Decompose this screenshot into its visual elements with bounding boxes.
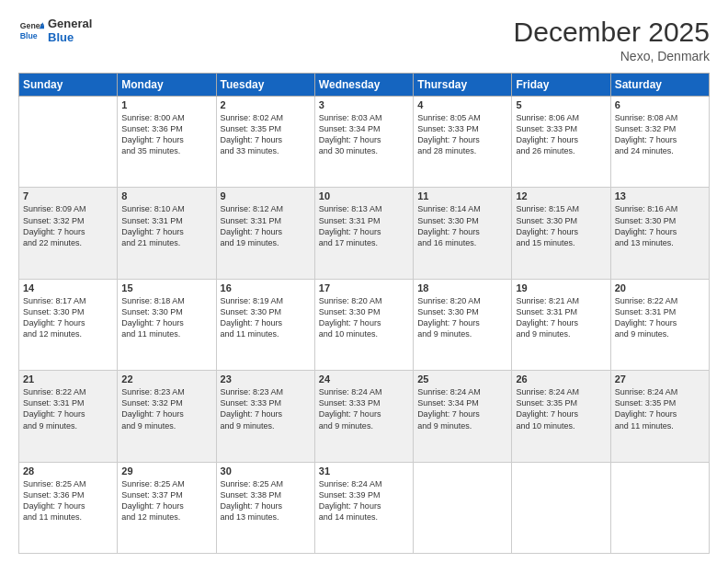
calendar-week-row: 14Sunrise: 8:17 AMSunset: 3:30 PMDayligh… bbox=[19, 279, 710, 370]
day-number: 26 bbox=[516, 373, 606, 385]
calendar-cell: 24Sunrise: 8:24 AMSunset: 3:33 PMDayligh… bbox=[314, 371, 413, 462]
calendar-cell: 31Sunrise: 8:24 AMSunset: 3:39 PMDayligh… bbox=[314, 462, 413, 553]
calendar-cell: 5Sunrise: 8:06 AMSunset: 3:33 PMDaylight… bbox=[512, 97, 610, 188]
day-number: 5 bbox=[516, 99, 606, 110]
calendar-page: General Blue General Blue December 2025 … bbox=[0, 0, 728, 563]
col-header-wednesday: Wednesday bbox=[314, 74, 413, 97]
calendar-week-row: 21Sunrise: 8:22 AMSunset: 3:31 PMDayligh… bbox=[19, 371, 710, 462]
day-info: Sunrise: 8:06 AMSunset: 3:33 PMDaylight:… bbox=[516, 112, 606, 157]
day-info: Sunrise: 8:20 AMSunset: 3:30 PMDaylight:… bbox=[319, 295, 409, 340]
day-info: Sunrise: 8:00 AMSunset: 3:36 PMDaylight:… bbox=[121, 112, 211, 157]
calendar-cell: 8Sunrise: 8:10 AMSunset: 3:31 PMDaylight… bbox=[118, 188, 216, 279]
calendar-week-row: 28Sunrise: 8:25 AMSunset: 3:36 PMDayligh… bbox=[19, 462, 710, 553]
calendar-week-row: 1Sunrise: 8:00 AMSunset: 3:36 PMDaylight… bbox=[19, 97, 710, 188]
day-number: 22 bbox=[121, 373, 211, 385]
day-number: 20 bbox=[615, 282, 705, 293]
day-info: Sunrise: 8:09 AMSunset: 3:32 PMDaylight:… bbox=[23, 203, 113, 248]
calendar-cell: 9Sunrise: 8:12 AMSunset: 3:31 PMDaylight… bbox=[216, 188, 314, 279]
day-info: Sunrise: 8:16 AMSunset: 3:30 PMDaylight:… bbox=[615, 203, 705, 248]
col-header-saturday: Saturday bbox=[610, 74, 709, 97]
day-number: 31 bbox=[319, 465, 409, 477]
day-info: Sunrise: 8:05 AMSunset: 3:33 PMDaylight:… bbox=[417, 112, 507, 157]
day-number: 11 bbox=[417, 190, 507, 201]
day-info: Sunrise: 8:22 AMSunset: 3:31 PMDaylight:… bbox=[615, 295, 705, 340]
calendar-cell: 7Sunrise: 8:09 AMSunset: 3:32 PMDaylight… bbox=[19, 188, 118, 279]
day-info: Sunrise: 8:10 AMSunset: 3:31 PMDaylight:… bbox=[121, 203, 211, 248]
calendar-header-row: SundayMondayTuesdayWednesdayThursdayFrid… bbox=[19, 74, 710, 97]
day-info: Sunrise: 8:08 AMSunset: 3:32 PMDaylight:… bbox=[615, 112, 705, 157]
location: Nexo, Denmark bbox=[514, 49, 710, 63]
day-info: Sunrise: 8:19 AMSunset: 3:30 PMDaylight:… bbox=[221, 295, 311, 340]
day-number: 25 bbox=[417, 373, 507, 385]
calendar-cell: 21Sunrise: 8:22 AMSunset: 3:31 PMDayligh… bbox=[19, 371, 118, 462]
calendar-cell: 10Sunrise: 8:13 AMSunset: 3:31 PMDayligh… bbox=[314, 188, 413, 279]
day-info: Sunrise: 8:20 AMSunset: 3:30 PMDaylight:… bbox=[417, 295, 507, 340]
day-number: 8 bbox=[121, 190, 211, 201]
day-number: 1 bbox=[121, 99, 211, 110]
calendar-cell: 12Sunrise: 8:15 AMSunset: 3:30 PMDayligh… bbox=[512, 188, 610, 279]
col-header-friday: Friday bbox=[512, 74, 610, 97]
calendar-cell: 13Sunrise: 8:16 AMSunset: 3:30 PMDayligh… bbox=[610, 188, 709, 279]
calendar-cell: 27Sunrise: 8:24 AMSunset: 3:35 PMDayligh… bbox=[610, 371, 709, 462]
calendar-cell bbox=[19, 97, 118, 188]
day-number: 2 bbox=[221, 99, 311, 110]
calendar-cell: 14Sunrise: 8:17 AMSunset: 3:30 PMDayligh… bbox=[19, 279, 118, 370]
day-info: Sunrise: 8:23 AMSunset: 3:33 PMDaylight:… bbox=[221, 386, 311, 431]
day-info: Sunrise: 8:25 AMSunset: 3:38 PMDaylight:… bbox=[221, 478, 311, 523]
calendar-cell: 17Sunrise: 8:20 AMSunset: 3:30 PMDayligh… bbox=[314, 279, 413, 370]
day-number: 21 bbox=[23, 373, 113, 385]
calendar-cell: 4Sunrise: 8:05 AMSunset: 3:33 PMDaylight… bbox=[414, 97, 512, 188]
day-info: Sunrise: 8:14 AMSunset: 3:30 PMDaylight:… bbox=[417, 203, 507, 248]
calendar-cell: 20Sunrise: 8:22 AMSunset: 3:31 PMDayligh… bbox=[610, 279, 709, 370]
day-info: Sunrise: 8:21 AMSunset: 3:31 PMDaylight:… bbox=[516, 295, 606, 340]
day-number: 9 bbox=[221, 190, 311, 201]
day-number: 23 bbox=[221, 373, 311, 385]
logo: General Blue General Blue bbox=[18, 17, 92, 44]
calendar-cell: 26Sunrise: 8:24 AMSunset: 3:35 PMDayligh… bbox=[512, 371, 610, 462]
day-number: 4 bbox=[417, 99, 507, 110]
day-info: Sunrise: 8:17 AMSunset: 3:30 PMDaylight:… bbox=[23, 295, 113, 340]
day-number: 13 bbox=[615, 190, 705, 201]
calendar-cell: 3Sunrise: 8:03 AMSunset: 3:34 PMDaylight… bbox=[314, 97, 413, 188]
title-block: December 2025 Nexo, Denmark bbox=[514, 17, 710, 63]
day-info: Sunrise: 8:24 AMSunset: 3:35 PMDaylight:… bbox=[516, 386, 606, 431]
logo-blue: Blue bbox=[48, 30, 92, 44]
col-header-tuesday: Tuesday bbox=[216, 74, 314, 97]
col-header-sunday: Sunday bbox=[19, 74, 118, 97]
calendar-cell: 23Sunrise: 8:23 AMSunset: 3:33 PMDayligh… bbox=[216, 371, 314, 462]
day-info: Sunrise: 8:03 AMSunset: 3:34 PMDaylight:… bbox=[319, 112, 409, 157]
calendar-week-row: 7Sunrise: 8:09 AMSunset: 3:32 PMDaylight… bbox=[19, 188, 710, 279]
calendar-cell: 6Sunrise: 8:08 AMSunset: 3:32 PMDaylight… bbox=[610, 97, 709, 188]
day-number: 17 bbox=[319, 282, 409, 293]
day-info: Sunrise: 8:24 AMSunset: 3:39 PMDaylight:… bbox=[319, 478, 409, 523]
calendar-cell: 29Sunrise: 8:25 AMSunset: 3:37 PMDayligh… bbox=[118, 462, 216, 553]
day-number: 10 bbox=[319, 190, 409, 201]
day-info: Sunrise: 8:24 AMSunset: 3:35 PMDaylight:… bbox=[615, 386, 705, 431]
calendar-cell: 22Sunrise: 8:23 AMSunset: 3:32 PMDayligh… bbox=[118, 371, 216, 462]
day-number: 3 bbox=[319, 99, 409, 110]
day-number: 19 bbox=[516, 282, 606, 293]
col-header-monday: Monday bbox=[118, 74, 216, 97]
day-info: Sunrise: 8:15 AMSunset: 3:30 PMDaylight:… bbox=[516, 203, 606, 248]
day-number: 15 bbox=[121, 282, 211, 293]
day-info: Sunrise: 8:12 AMSunset: 3:31 PMDaylight:… bbox=[221, 203, 311, 248]
calendar-cell: 30Sunrise: 8:25 AMSunset: 3:38 PMDayligh… bbox=[216, 462, 314, 553]
day-info: Sunrise: 8:23 AMSunset: 3:32 PMDaylight:… bbox=[121, 386, 211, 431]
day-number: 7 bbox=[23, 190, 113, 201]
calendar-cell: 25Sunrise: 8:24 AMSunset: 3:34 PMDayligh… bbox=[414, 371, 512, 462]
calendar-cell: 11Sunrise: 8:14 AMSunset: 3:30 PMDayligh… bbox=[414, 188, 512, 279]
calendar-cell: 28Sunrise: 8:25 AMSunset: 3:36 PMDayligh… bbox=[19, 462, 118, 553]
day-number: 14 bbox=[23, 282, 113, 293]
day-number: 30 bbox=[221, 465, 311, 477]
day-info: Sunrise: 8:13 AMSunset: 3:31 PMDaylight:… bbox=[319, 203, 409, 248]
calendar-cell: 16Sunrise: 8:19 AMSunset: 3:30 PMDayligh… bbox=[216, 279, 314, 370]
day-info: Sunrise: 8:25 AMSunset: 3:36 PMDaylight:… bbox=[23, 478, 113, 523]
day-number: 16 bbox=[221, 282, 311, 293]
calendar-cell: 1Sunrise: 8:00 AMSunset: 3:36 PMDaylight… bbox=[118, 97, 216, 188]
day-info: Sunrise: 8:24 AMSunset: 3:34 PMDaylight:… bbox=[417, 386, 507, 431]
calendar-cell bbox=[610, 462, 709, 553]
calendar-cell bbox=[414, 462, 512, 553]
day-number: 18 bbox=[417, 282, 507, 293]
day-number: 28 bbox=[23, 465, 113, 477]
calendar-cell: 19Sunrise: 8:21 AMSunset: 3:31 PMDayligh… bbox=[512, 279, 610, 370]
